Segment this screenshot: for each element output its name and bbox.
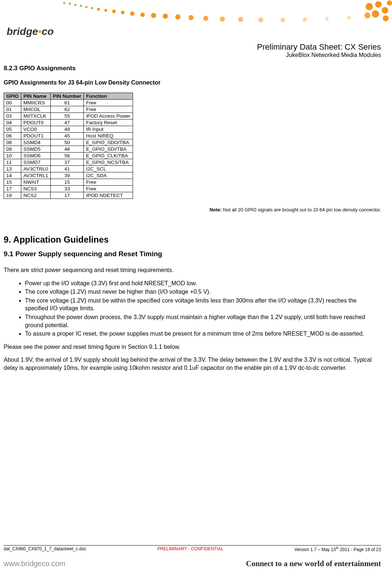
- company-logo: bridge•co: [7, 26, 54, 37]
- page-content: 8.2.3 GPIO Assignments GPIO Assignments …: [4, 62, 381, 377]
- svg-point-26: [382, 7, 388, 14]
- col-gpio: GPIO: [4, 93, 21, 100]
- table-cell: 09: [4, 146, 21, 153]
- svg-point-24: [366, 3, 373, 10]
- svg-point-17: [220, 17, 225, 22]
- col-pinname: PIN Name: [21, 93, 50, 100]
- table-cell: 39: [51, 172, 84, 179]
- table-cell: MIICOL: [21, 106, 50, 113]
- footer-filename: dat_CX860_CX870_1_7_datasheet_c.doc: [4, 546, 86, 552]
- table-row: 08SSMD450E_GPIO_SDO/TBA: [4, 139, 133, 146]
- svg-point-10: [130, 11, 134, 16]
- table-cell: SSMD6: [21, 153, 50, 159]
- svg-point-5: [91, 7, 93, 9]
- table-cell: Free: [84, 179, 133, 186]
- list-item: Power up the I/O voltage (3.3V) first an…: [25, 279, 381, 287]
- table-row: 09SSMD548E_GPIO_SDI/TBA: [4, 146, 133, 153]
- document-title: Preliminary Data Sheet: CX Series: [257, 42, 381, 52]
- table-cell: 08: [4, 139, 21, 146]
- table-cell: 55: [51, 113, 84, 119]
- svg-point-25: [375, 1, 382, 8]
- table-cell: PDOUT0: [21, 119, 50, 126]
- logo-text-part1: bridge: [7, 26, 38, 37]
- table-cell: 48: [51, 146, 84, 153]
- svg-point-0: [63, 2, 65, 4]
- col-pinnumber: PIN Number: [51, 93, 84, 100]
- svg-point-15: [188, 15, 194, 20]
- table-cell: SSMD7: [21, 159, 50, 166]
- svg-point-20: [281, 18, 285, 22]
- svg-point-29: [364, 12, 370, 18]
- table-row: 04PDOUT047Factory Reset: [4, 119, 133, 126]
- svg-point-4: [85, 6, 87, 8]
- col-function: Function: [84, 93, 133, 100]
- table-note: Note: Not all 20 GPIO signals are brough…: [4, 207, 381, 212]
- table-cell: 06: [4, 133, 21, 139]
- table-cell: 61: [51, 100, 84, 106]
- svg-point-13: [163, 14, 168, 19]
- table-cell: NWAIT: [21, 179, 50, 186]
- table-cell: 03: [4, 113, 21, 119]
- table-cell: E_GPIO_NCS/TBA: [84, 159, 133, 166]
- table-cell: SSMD5: [21, 146, 50, 153]
- svg-point-30: [387, 0, 392, 6]
- table-cell: 17: [4, 186, 21, 192]
- svg-point-8: [112, 10, 116, 13]
- svg-point-22: [325, 17, 329, 21]
- section-9-heading: 9. Application Guidelines: [4, 235, 381, 245]
- table-cell: 47: [51, 119, 84, 126]
- svg-point-7: [104, 9, 107, 12]
- table-row: 06PDOUT145Host NIREQ: [4, 133, 133, 139]
- svg-point-28: [383, 15, 389, 21]
- website-url: www.bridgeco.com: [4, 560, 65, 568]
- svg-point-14: [175, 14, 180, 19]
- table-row: 13AV3CTRL041I2C_SCL: [4, 166, 133, 172]
- svg-point-6: [97, 8, 100, 11]
- svg-point-21: [303, 17, 307, 22]
- table-cell: Free: [84, 106, 133, 113]
- table-cell: MMIICRS: [21, 100, 50, 106]
- table-cell: SSMD4: [21, 139, 50, 146]
- table-cell: 10: [4, 153, 21, 159]
- tagline: Connect to a new world of entertainment: [246, 559, 381, 568]
- table-cell: IPOD NDETECT: [84, 192, 133, 199]
- para-intro: There are strict power sequencing and re…: [4, 266, 381, 274]
- table-cell: MIITXCLK: [21, 113, 50, 119]
- table-cell: 19: [4, 192, 21, 199]
- document-subtitle: JukeBlox Networked Media Modules: [257, 52, 381, 58]
- table-cell: 49: [51, 126, 84, 133]
- bottom-bar: www.bridgeco.com Connect to a new world …: [4, 559, 381, 568]
- table-cell: 11: [4, 159, 21, 166]
- footer-rule: [4, 545, 381, 546]
- table-cell: 14: [4, 172, 21, 179]
- table-cell: 15: [51, 179, 84, 186]
- svg-point-2: [74, 4, 76, 6]
- table-cell: 05: [4, 126, 21, 133]
- table-cell: I2C_SCL: [84, 166, 133, 172]
- table-cell: AV3CTRL1: [21, 172, 50, 179]
- svg-point-18: [238, 17, 243, 22]
- table-header-row: GPIO PIN Name PIN Number Function: [4, 93, 133, 100]
- list-item: The core voltage (1.2V) must never be hi…: [25, 288, 381, 296]
- table-cell: 13: [4, 166, 21, 172]
- table-cell: 15: [4, 179, 21, 186]
- table-cell: 45: [51, 133, 84, 139]
- table-row: 05VCO049IR Input: [4, 126, 133, 133]
- table-cell: E_GPIO_SDI/TBA: [84, 146, 133, 153]
- table-row: 01MIICOL62Free: [4, 106, 133, 113]
- table-cell: I2C_SDA: [84, 172, 133, 179]
- gpio-assignments-table: GPIO PIN Name PIN Number Function 00MMII…: [4, 93, 133, 199]
- table-cell: IR Input: [84, 126, 133, 133]
- table-row: 14AV3CTRL139I2C_SDA: [4, 172, 133, 179]
- header-dots-graphic: [0, 0, 392, 37]
- table-cell: iPOD Access Power: [84, 113, 133, 119]
- table-cell: Free: [84, 100, 133, 106]
- note-text: Not all 20 GPIO signals are brought out …: [222, 207, 381, 212]
- table-cell: PDOUT1: [21, 133, 50, 139]
- table-cell: 50: [51, 139, 84, 146]
- table-cell: E_GPIO_CLK/TBA: [84, 153, 133, 159]
- svg-point-12: [151, 13, 156, 18]
- footer-version: Version 1.7 – May 13th 2011 - Page 19 of…: [294, 546, 381, 552]
- section-91-heading: 9.1 Power Supply sequencing and Reset Ti…: [4, 250, 381, 258]
- table-cell: 01: [4, 106, 21, 113]
